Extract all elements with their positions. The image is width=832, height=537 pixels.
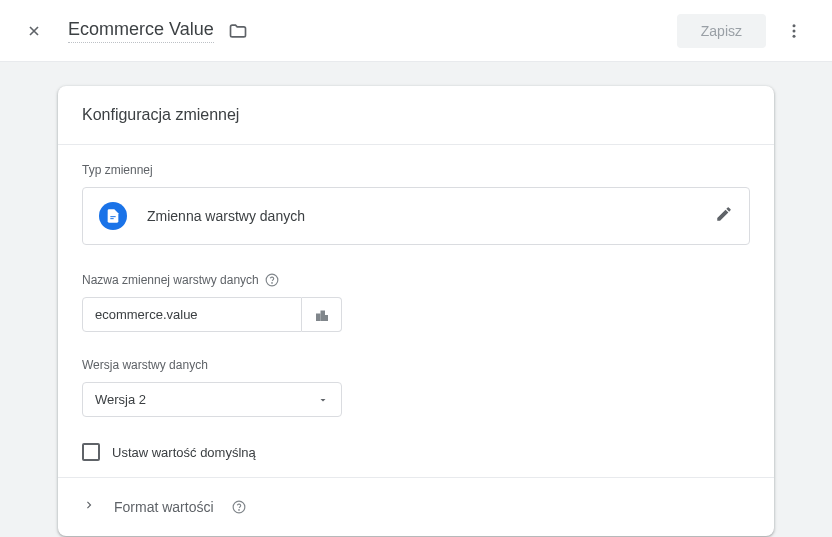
save-button[interactable]: Zapisz bbox=[677, 14, 766, 48]
svg-point-4 bbox=[271, 283, 272, 284]
help-icon[interactable] bbox=[265, 273, 279, 287]
card-header: Konfiguracja zmiennej bbox=[58, 86, 774, 145]
version-label: Wersja warstwy danych bbox=[82, 358, 750, 372]
default-value-row: Ustaw wartość domyślną bbox=[82, 443, 750, 461]
svg-rect-5 bbox=[316, 313, 321, 321]
more-menu-button[interactable] bbox=[774, 11, 814, 51]
close-icon bbox=[26, 23, 42, 39]
header-bar: Ecommerce Value Zapisz bbox=[0, 0, 832, 62]
variable-name-input[interactable] bbox=[82, 297, 302, 332]
card-title: Konfiguracja zmiennej bbox=[82, 106, 750, 124]
page-title[interactable]: Ecommerce Value bbox=[68, 19, 214, 43]
variable-picker-button[interactable] bbox=[302, 297, 342, 332]
help-icon[interactable] bbox=[232, 500, 246, 514]
var-name-label: Nazwa zmiennej warstwy danych bbox=[82, 273, 750, 287]
svg-point-0 bbox=[793, 24, 796, 27]
edit-icon bbox=[715, 205, 733, 227]
svg-point-2 bbox=[793, 34, 796, 37]
version-select[interactable]: Wersja 2 bbox=[82, 382, 342, 417]
content-area: Konfiguracja zmiennej Typ zmiennej Zmien… bbox=[0, 62, 832, 537]
svg-rect-6 bbox=[320, 310, 325, 321]
variable-type-name: Zmienna warstwy danych bbox=[147, 208, 715, 224]
default-value-checkbox[interactable] bbox=[82, 443, 100, 461]
close-button[interactable] bbox=[22, 19, 46, 43]
config-card: Konfiguracja zmiennej Typ zmiennej Zmien… bbox=[58, 86, 774, 536]
folder-icon[interactable] bbox=[228, 21, 248, 41]
dropdown-arrow-icon bbox=[317, 394, 329, 406]
svg-point-9 bbox=[238, 510, 239, 511]
more-vertical-icon bbox=[785, 22, 803, 40]
building-block-icon bbox=[313, 306, 331, 324]
format-label: Format wartości bbox=[114, 499, 214, 515]
svg-rect-7 bbox=[325, 315, 328, 321]
svg-point-1 bbox=[793, 29, 796, 32]
version-value: Wersja 2 bbox=[95, 392, 146, 407]
var-name-row bbox=[82, 297, 750, 332]
chevron-right-icon bbox=[82, 498, 96, 516]
document-icon bbox=[99, 202, 127, 230]
format-section-toggle[interactable]: Format wartości bbox=[58, 477, 774, 536]
type-field-label: Typ zmiennej bbox=[82, 163, 750, 177]
variable-type-selector[interactable]: Zmienna warstwy danych bbox=[82, 187, 750, 245]
card-body: Typ zmiennej Zmienna warstwy danych Nazw… bbox=[58, 145, 774, 477]
default-value-label: Ustaw wartość domyślną bbox=[112, 445, 256, 460]
